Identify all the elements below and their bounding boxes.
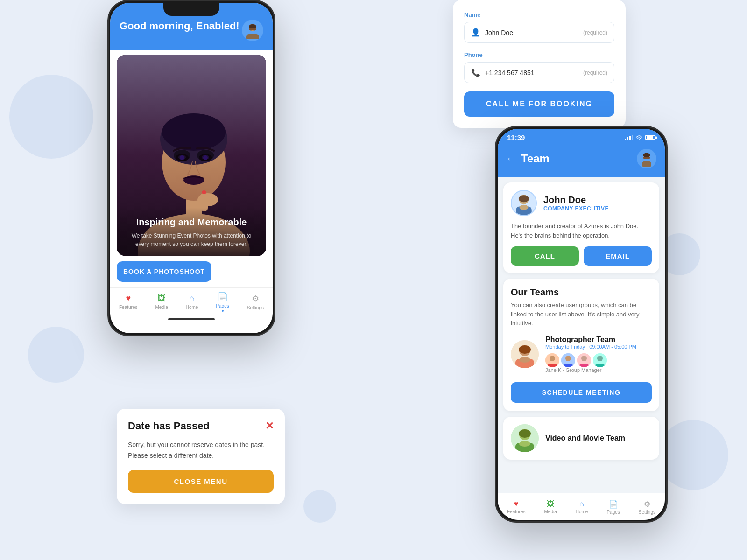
member-name: John Doe [543, 195, 609, 205]
svg-point-17 [180, 155, 184, 160]
phone2-pages-icon: 📄 [609, 500, 618, 509]
name-input[interactable]: 👤 John Doe (required) [464, 22, 614, 43]
phone1-greeting: Good morning, Enabled! [120, 20, 240, 33]
person-icon: 👤 [471, 28, 480, 37]
bg-decor-circle-5 [303, 490, 336, 523]
phone2-home-label: Home [576, 509, 588, 514]
back-arrow-icon[interactable]: ← [506, 153, 516, 165]
phone2-home-icon: ⌂ [579, 500, 584, 508]
nav-item-features[interactable]: ♥ Features [119, 294, 137, 310]
svg-rect-52 [595, 364, 605, 367]
phone2-media-icon: 🖼 [547, 500, 554, 508]
phone2-status-bar: 11:39 [498, 129, 665, 144]
name-label: Name [464, 11, 614, 18]
status-time: 11:39 [507, 133, 525, 141]
phone2-media-label: Media [544, 509, 557, 514]
battery-icon [645, 135, 655, 140]
team-member-avatar-2 [561, 353, 575, 367]
phone1-image-subtitle: We take Stunning Event Photos with atten… [124, 231, 259, 248]
phone-value: +1 234 567 4851 [485, 69, 535, 77]
svg-rect-29 [642, 161, 651, 167]
member-role: COMPANY EXECUTIVE [543, 205, 609, 212]
date-passed-header: Date has Passed ✕ [128, 420, 274, 432]
phone1-bottom-nav: ♥ Features 🖼 Media ⌂ Home 📄 Pages ⚙ Sett… [110, 287, 273, 314]
call-button[interactable]: CALL [511, 246, 579, 266]
svg-point-38 [519, 345, 531, 354]
phone2-avatar [637, 149, 656, 168]
signal-icon [625, 135, 633, 140]
phone2-header: ← Team [498, 144, 665, 177]
svg-rect-30 [643, 157, 650, 159]
svg-rect-46 [564, 364, 573, 367]
settings-icon: ⚙ [252, 294, 259, 304]
photographer-team-name: Photographer Team [545, 336, 652, 344]
svg-rect-26 [632, 135, 633, 140]
nav-item-settings[interactable]: ⚙ Settings [247, 294, 264, 310]
pages-icon: 📄 [218, 292, 228, 302]
svg-rect-24 [627, 137, 628, 140]
home-indicator [110, 314, 273, 324]
nav-label-features: Features [119, 305, 137, 310]
svg-rect-4 [249, 28, 256, 30]
phone-label: Phone [464, 51, 614, 58]
member-bio: The founder and creator of Azures is Joh… [511, 222, 652, 240]
date-passed-dialog: Date has Passed ✕ Sorry, but you cannot … [117, 409, 285, 504]
phone2-features-label: Features [507, 509, 525, 514]
phone2-nav-settings[interactable]: ⚙ Settings [639, 500, 655, 515]
video-team-row: Video and Movie Team [503, 417, 659, 460]
dialog-close-button[interactable]: ✕ [265, 420, 274, 432]
phone2-nav-media[interactable]: 🖼 Media [544, 500, 557, 514]
phone2-nav-pages[interactable]: 📄 Pages [606, 500, 620, 515]
our-teams-desc: You can also create user groups, which c… [511, 301, 652, 328]
nav-label-media: Media [155, 305, 168, 310]
john-doe-avatar [511, 190, 537, 216]
nav-item-media[interactable]: 🖼 Media [155, 294, 168, 310]
phone2-nav-features[interactable]: ♥ Features [507, 500, 525, 514]
phone2-bottom-nav: ♥ Features 🖼 Media ⌂ Home 📄 Pages ⚙ Sett… [498, 493, 665, 520]
phone-required: (required) [583, 70, 607, 76]
svg-point-22 [202, 190, 206, 194]
svg-point-3 [249, 24, 256, 29]
phone2-pages-label: Pages [606, 510, 620, 515]
svg-point-10 [162, 113, 226, 151]
phone2-settings-icon: ⚙ [644, 500, 650, 509]
svg-point-33 [519, 195, 529, 202]
team-page-title: Team [521, 152, 550, 165]
photographer-manager-name: Jane K · Group Manager [545, 367, 652, 373]
svg-point-28 [643, 153, 650, 157]
name-value: John Doe [485, 29, 513, 36]
phone2-scroll-content: John Doe COMPANY EXECUTIVE The founder a… [498, 177, 665, 520]
email-button[interactable]: EMAIL [584, 246, 652, 266]
nav-active-indicator [222, 310, 224, 312]
heart-icon: ♥ [126, 294, 131, 303]
video-team-avatar [511, 424, 539, 452]
our-teams-section: Our Teams You can also create user group… [503, 279, 659, 411]
wifi-icon [635, 135, 643, 140]
phone-icon: 📞 [471, 68, 480, 77]
phone2-device: 11:39 ← [495, 126, 668, 523]
svg-point-45 [565, 356, 571, 361]
svg-rect-1 [246, 34, 259, 39]
svg-point-35 [520, 205, 529, 210]
svg-point-40 [519, 357, 530, 363]
team-member-avatar-3 [577, 353, 591, 367]
phone1-notch [163, 3, 219, 16]
date-passed-body: Sorry, but you cannot reserve dates in t… [128, 440, 274, 461]
svg-point-57 [519, 441, 530, 447]
book-photoshoot-button[interactable]: BOOK A PHOTOSHOOT [117, 261, 211, 282]
date-passed-title: Date has Passed [128, 420, 210, 432]
phone2-nav-home[interactable]: ⌂ Home [576, 500, 588, 514]
nav-item-home[interactable]: ⌂ Home [186, 294, 198, 310]
nav-label-home: Home [186, 305, 198, 310]
phone2-heart-icon: ♥ [514, 500, 519, 508]
phone-input[interactable]: 📞 +1 234 567 4851 (required) [464, 62, 614, 83]
booking-form-card: Name 👤 John Doe (required) Phone 📞 +1 23… [453, 0, 626, 128]
close-menu-button[interactable]: CLOSE MENU [128, 470, 274, 493]
nav-label-settings: Settings [247, 305, 264, 310]
phone1-device: Good morning, Enabled! [107, 0, 275, 336]
team-member-avatar-1 [545, 353, 559, 367]
schedule-meeting-button[interactable]: SCHEDULE MEETING [511, 382, 652, 403]
photographer-team-row: Photographer Team Monday to Friday · 09:… [511, 336, 652, 373]
nav-item-pages[interactable]: 📄 Pages [216, 292, 229, 312]
call-me-booking-button[interactable]: CALL ME FOR BOOKING [464, 91, 614, 117]
